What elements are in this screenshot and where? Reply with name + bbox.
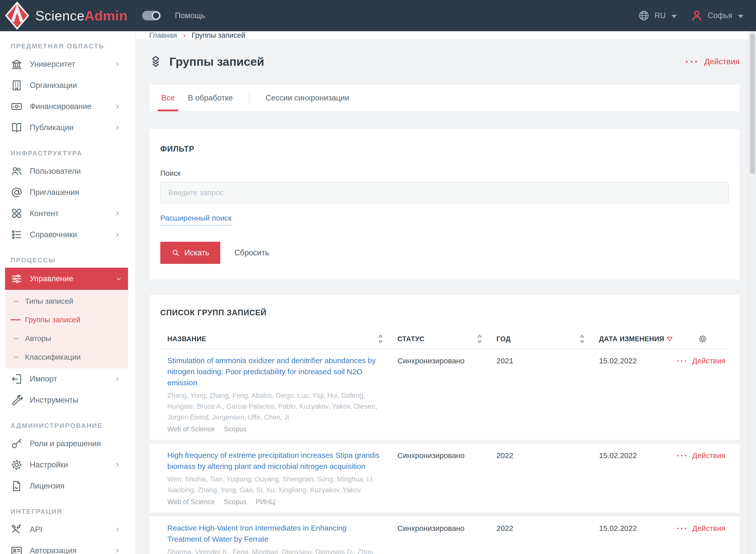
building-icon	[11, 79, 23, 92]
search-label: Поиск	[160, 169, 728, 177]
tab-processing[interactable]: В обработке	[181, 85, 239, 111]
top-bar: ScienceAdmin Помощь RU Софья	[0, 0, 756, 31]
row-actions-button[interactable]: ··· Действия	[676, 522, 728, 533]
brand: ScienceAdmin	[0, 2, 136, 30]
page-scrollbar[interactable]	[748, 31, 756, 554]
page-actions-button[interactable]: ··· Действия	[686, 57, 740, 66]
sidebar-item-publications[interactable]: Публикации	[0, 117, 136, 138]
source-tag: Scopus	[224, 498, 247, 506]
chevron-right-icon	[114, 547, 120, 554]
record-title-link[interactable]: Reactive High-Valent Iron Intermediates …	[167, 522, 380, 545]
book-icon	[11, 122, 23, 134]
logo-diamond-icon	[4, 2, 30, 30]
sidebar-subitem-classifications[interactable]: Классификации	[5, 348, 128, 367]
filter-panel: ФИЛЬТР Поиск Расширенный поиск Искать Сб…	[149, 129, 740, 280]
scrollbar-thumb[interactable]	[750, 33, 755, 174]
sidebar-item-university[interactable]: Университет	[0, 54, 136, 75]
cell-status: Синхронизировано	[397, 355, 496, 365]
column-header-settings	[676, 334, 728, 343]
sort-icon[interactable]	[477, 334, 482, 343]
sidebar-item-management[interactable]: Управление	[5, 268, 128, 290]
toggle-knob	[152, 12, 160, 20]
row-actions-button[interactable]: ··· Действия	[676, 450, 728, 460]
sidebar-item-license[interactable]: Лицензия	[0, 476, 136, 497]
crossed-pencils-icon	[11, 208, 23, 220]
chevron-right-icon	[114, 124, 120, 131]
sidebar-item-authorization[interactable]: Авторизация	[0, 540, 136, 554]
sidebar-item-users[interactable]: Пользователи	[0, 161, 136, 182]
reset-button[interactable]: Сбросить	[234, 248, 269, 257]
source-tag: РИНЦ	[256, 498, 275, 506]
tabs-bar: Все В обработке Сессии синхронизации	[149, 85, 740, 111]
user-caret-icon	[738, 15, 743, 18]
breadcrumb: Главная Группы записей	[136, 31, 756, 40]
import-icon	[11, 373, 23, 385]
sidebar-subitem-record-types[interactable]: Типы записей	[5, 292, 128, 311]
record-title-link[interactable]: High frequency of extreme precipitation …	[167, 450, 380, 472]
sort-icon[interactable]	[378, 334, 383, 343]
cell-date: 15.02.2022	[599, 450, 676, 460]
row-separator	[149, 512, 740, 516]
search-button[interactable]: Искать	[160, 242, 220, 264]
breadcrumb-home[interactable]: Главная	[149, 31, 177, 40]
record-sources: Web of Science Scopus	[167, 425, 380, 433]
tools-icon	[11, 523, 23, 536]
sidebar-item-funding[interactable]: Финансирование	[0, 96, 136, 117]
at-sign-icon	[11, 186, 23, 199]
sort-desc-icon[interactable]	[666, 336, 673, 341]
key-icon	[11, 438, 23, 450]
source-tag: Web of Science	[167, 425, 215, 433]
sidebar-subitem-record-groups[interactable]: Группы записей	[5, 311, 128, 329]
tab-sync-sessions[interactable]: Сессии синхронизации	[259, 85, 356, 111]
chevron-right-icon	[114, 231, 120, 238]
university-icon	[11, 58, 23, 70]
chevron-right-icon	[114, 376, 120, 382]
advanced-search-link[interactable]: Расширенный поиск	[160, 214, 232, 226]
breadcrumb-chevron-icon	[182, 33, 187, 39]
sidebar-item-content[interactable]: Контент	[0, 203, 136, 224]
table-row: Reactive High-Valent Iron Intermediates …	[160, 516, 728, 554]
main-area: Главная Группы записей Группы записей ··…	[136, 31, 756, 554]
search-input[interactable]	[160, 182, 728, 203]
brand-admin: Admin	[85, 8, 128, 23]
cell-name: Reactive High-Valent Iron Intermediates …	[160, 522, 397, 554]
sidebar-toggle[interactable]	[142, 11, 161, 20]
source-tag: Web of Science	[167, 498, 215, 506]
dash-icon	[11, 319, 21, 320]
sort-icon[interactable]	[579, 334, 585, 343]
column-header-date: ДАТА ИЗМЕНЕНИЯ	[599, 335, 676, 343]
search-icon	[171, 248, 180, 257]
column-settings-gear-icon[interactable]	[698, 334, 707, 343]
sidebar-subitem-authors[interactable]: Авторы	[5, 329, 128, 348]
chevron-right-icon	[114, 103, 120, 110]
record-sources: Web of Science Scopus РИНЦ	[167, 498, 380, 506]
tab-all[interactable]: Все	[155, 85, 181, 111]
cell-status: Синхронизировано	[397, 450, 496, 460]
column-header-year: ГОД	[496, 334, 599, 343]
row-actions-button[interactable]: ··· Действия	[676, 355, 728, 365]
dash-icon	[14, 301, 18, 302]
sidebar-item-import[interactable]: Импорт	[0, 369, 136, 390]
language-selector[interactable]: RU	[654, 11, 666, 20]
record-authors: Sharma, Virender K., Feng, Mingbao, Dion…	[167, 547, 380, 554]
sidebar-item-invitations[interactable]: Приглашения	[0, 182, 136, 203]
source-tag: Scopus	[224, 425, 247, 433]
ellipsis-icon: ···	[676, 358, 688, 364]
sidebar-item-api[interactable]: API	[0, 519, 136, 540]
dash-icon	[14, 357, 18, 357]
user-menu[interactable]: Софья	[708, 11, 732, 20]
filter-buttons: Искать Сбросить	[160, 242, 728, 264]
record-title-link[interactable]: Stimulation of ammonia oxidizer and deni…	[167, 355, 380, 388]
page-title: Группы записей	[169, 55, 264, 68]
content: Группы записей ··· Действия Все В обрабо…	[136, 40, 756, 554]
sidebar-item-roles[interactable]: Роли и разрешения	[0, 433, 136, 454]
sidebar-item-settings[interactable]: Настройки	[0, 454, 136, 476]
cell-name: High frequency of extreme precipitation …	[160, 450, 397, 506]
sidebar-item-organizations[interactable]: Организации	[0, 75, 136, 96]
sidebar-item-directories[interactable]: Справочники	[0, 224, 136, 245]
help-link[interactable]: Помощь	[175, 11, 205, 20]
sidebar-item-tools[interactable]: Инструменты	[0, 390, 136, 411]
language-caret-icon	[671, 15, 677, 18]
brand-text: ScienceAdmin	[35, 8, 128, 23]
chevron-down-icon	[115, 275, 122, 282]
